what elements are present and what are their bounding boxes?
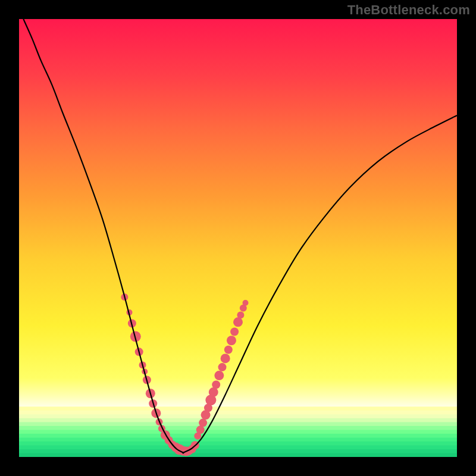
data-point xyxy=(224,346,233,354)
svg-rect-11 xyxy=(19,445,457,449)
svg-rect-5 xyxy=(19,422,457,426)
svg-rect-10 xyxy=(19,441,457,446)
chart-stage: TheBottleneck.com xyxy=(0,0,476,476)
green-bands xyxy=(19,406,457,457)
data-point xyxy=(227,336,236,345)
svg-rect-4 xyxy=(19,418,457,422)
data-point xyxy=(214,371,224,380)
svg-rect-2 xyxy=(19,411,457,415)
gradient-background xyxy=(19,19,457,457)
svg-rect-7 xyxy=(19,430,457,434)
plot-area xyxy=(19,19,457,458)
data-point xyxy=(237,312,244,319)
data-point xyxy=(212,381,220,389)
svg-rect-3 xyxy=(19,414,457,418)
svg-rect-8 xyxy=(19,434,457,438)
data-point xyxy=(221,353,230,363)
svg-rect-9 xyxy=(19,437,457,441)
watermark-text: TheBottleneck.com xyxy=(347,2,470,18)
data-point xyxy=(199,419,207,427)
data-point xyxy=(230,328,239,336)
data-point xyxy=(243,300,249,306)
bottleneck-chart xyxy=(0,0,476,476)
svg-rect-6 xyxy=(19,426,457,430)
data-point xyxy=(218,363,227,371)
svg-rect-12 xyxy=(19,449,457,453)
data-point xyxy=(233,317,243,327)
data-point xyxy=(209,387,218,397)
svg-rect-1 xyxy=(19,406,457,411)
svg-rect-13 xyxy=(19,453,457,457)
